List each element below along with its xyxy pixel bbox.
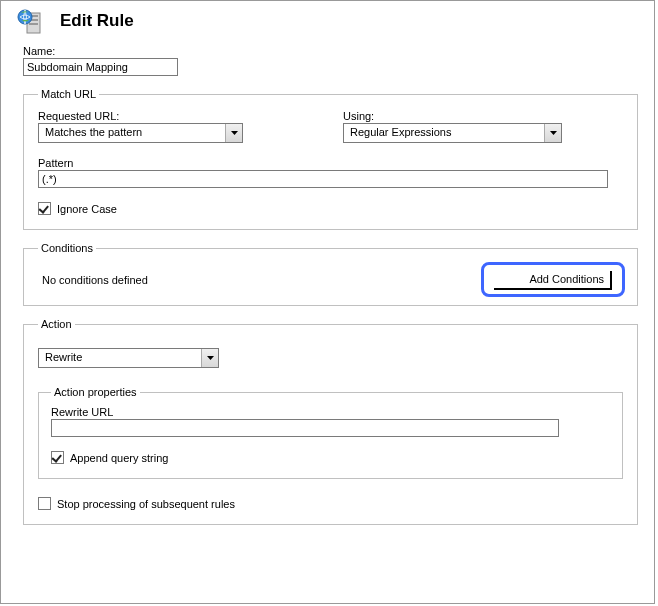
add-conditions-highlight: Add Conditions xyxy=(481,262,625,297)
append-query-checkbox[interactable] xyxy=(51,451,64,464)
requested-url-value: Matches the pattern xyxy=(39,124,225,142)
name-input[interactable] xyxy=(23,58,178,76)
add-conditions-button[interactable]: Add Conditions xyxy=(494,271,612,290)
ignore-case-checkbox[interactable] xyxy=(38,202,51,215)
append-query-label: Append query string xyxy=(70,452,168,464)
ignore-case-label: Ignore Case xyxy=(57,203,117,215)
chevron-down-icon xyxy=(544,124,561,142)
requested-url-label: Requested URL: xyxy=(38,110,243,122)
page-title: Edit Rule xyxy=(60,11,134,31)
chevron-down-icon xyxy=(201,349,218,367)
conditions-group: Conditions No conditions defined Add Con… xyxy=(23,242,638,306)
requested-url-dropdown[interactable]: Matches the pattern xyxy=(38,123,243,143)
action-properties-legend: Action properties xyxy=(51,386,140,398)
using-dropdown[interactable]: Regular Expressions xyxy=(343,123,562,143)
action-group: Action Rewrite Action properties Rewrite… xyxy=(23,318,638,525)
using-label: Using: xyxy=(343,110,562,122)
svg-rect-3 xyxy=(29,23,38,25)
action-properties-group: Action properties Rewrite URL Append que… xyxy=(38,386,623,479)
rewrite-url-label: Rewrite URL xyxy=(51,406,610,418)
stop-processing-label: Stop processing of subsequent rules xyxy=(57,498,235,510)
pattern-input[interactable] xyxy=(38,170,608,188)
server-globe-icon xyxy=(17,7,45,35)
conditions-legend: Conditions xyxy=(38,242,96,254)
rewrite-url-input[interactable] xyxy=(51,419,559,437)
match-url-group: Match URL Requested URL: Matches the pat… xyxy=(23,88,638,230)
using-value: Regular Expressions xyxy=(344,124,544,142)
page-header: Edit Rule xyxy=(1,5,654,45)
name-label: Name: xyxy=(23,45,638,57)
action-legend: Action xyxy=(38,318,75,330)
action-type-value: Rewrite xyxy=(39,349,201,367)
stop-processing-checkbox[interactable] xyxy=(38,497,51,510)
conditions-empty-text: No conditions defined xyxy=(42,274,148,286)
match-url-legend: Match URL xyxy=(38,88,99,100)
pattern-label: Pattern xyxy=(38,157,623,169)
chevron-down-icon xyxy=(225,124,242,142)
action-type-dropdown[interactable]: Rewrite xyxy=(38,348,219,368)
